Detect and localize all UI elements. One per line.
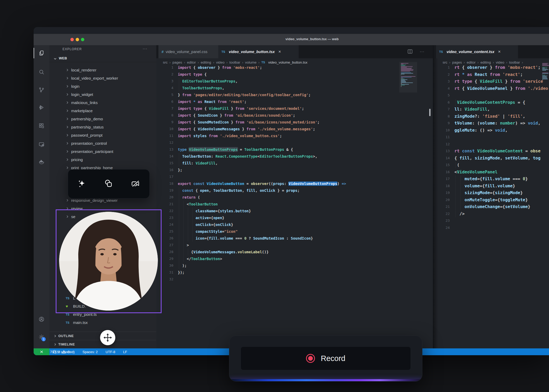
record-button[interactable]: Record (241, 347, 411, 370)
split-editor-icon[interactable] (407, 49, 413, 54)
code-line-26[interactable]: 26 icon={fill.volume === 0 ? SoundMutedI… (156, 235, 398, 242)
code-line-15[interactable]: 15 fill: VideoFill, (156, 160, 398, 167)
remote-window-icon[interactable] (38, 141, 45, 148)
window-titlebar[interactable]: video_volume_button.tsx — web (34, 34, 549, 45)
shapes-button[interactable] (100, 176, 117, 192)
code-line-7[interactable]: 7ll: VideoFill, (433, 106, 549, 113)
code-line-6[interactable]: 6import * as React from 'react'; (156, 98, 398, 105)
search-icon[interactable] (38, 69, 45, 75)
code-line-21[interactable]: 21 <ToolbarButton (156, 201, 398, 208)
tree-item-pricing[interactable]: pricing (49, 156, 156, 164)
code-line-8[interactable]: 8zingMode?: 'fixed' | 'fill', (433, 113, 549, 120)
tree-item-password-prompt[interactable]: password_prompt (49, 131, 156, 139)
breadcrumb-item-editor[interactable]: editor (467, 60, 476, 64)
tree-item-local-video-export-worker[interactable]: local_video_export_worker (49, 74, 156, 82)
code-line-4[interactable]: 4 ToolbarButtonProps, (156, 85, 398, 91)
views-more-actions-button[interactable]: ··· (143, 46, 147, 51)
status-item-lf[interactable]: LF (123, 350, 127, 354)
code-line-9[interactable]: 9import { SoundMutedIcon } from 'ui/base… (156, 119, 398, 126)
tree-item-partnership-status[interactable]: partnership_status (49, 123, 156, 131)
code-line-2[interactable]: 2rt * as React from 'react'; (433, 71, 549, 78)
code-line-7[interactable]: 7import type { VideoFill } from 'service… (156, 105, 398, 112)
code-line-6[interactable]: 6 VideoVolumeContentProps = { (433, 99, 549, 106)
code-line-23[interactable]: 23 (433, 217, 549, 224)
code-line-22[interactable]: 22 className={styles.button} (156, 208, 398, 214)
docker-icon[interactable] (38, 159, 45, 165)
code-line-17[interactable]: 17 muted={fill.volume === 0} (433, 176, 549, 182)
code-line-11[interactable]: 11import styles from './video_volume_but… (156, 132, 398, 139)
code-line-14[interactable]: 14{ fill, sizingMode, setVolume, tog (433, 155, 549, 162)
extensions-icon[interactable] (38, 122, 45, 129)
code-line-25[interactable]: 25 compactStyle="icon" (156, 228, 398, 235)
breadcrumb-item-editing[interactable]: editing (480, 60, 491, 64)
explorer-icon[interactable] (38, 50, 45, 56)
code-line-24[interactable]: 24 (433, 224, 549, 231)
tree-item-login[interactable]: login (49, 82, 156, 90)
breadcrumb-item-pages[interactable]: pages (173, 60, 182, 64)
breadcrumb-item-video[interactable]: video (496, 60, 504, 64)
code-line-13[interactable]: 13rt const VideoVolumeContent = obse (433, 148, 549, 154)
code-line-29[interactable]: 29 </ToolbarButton> (156, 255, 398, 262)
code-line-18[interactable]: 18export const VideoVolumeButton = obser… (156, 180, 398, 187)
source-control-icon[interactable] (38, 87, 45, 93)
run-and-debug-icon[interactable] (38, 104, 45, 111)
code-line-1[interactable]: 1rt { observer } from 'mobx-react'; (433, 64, 549, 71)
code-line-10[interactable]: 10import { VideoVolumeMessages } from '.… (156, 126, 398, 132)
code-line-17[interactable]: 17 (156, 173, 398, 180)
code-line-30[interactable]: 30 ); (156, 262, 398, 269)
tree-item-login-widget[interactable]: login_widget (49, 90, 156, 99)
code-line-21[interactable]: 21 onVolumeChange={setVolume} (433, 203, 549, 210)
move-cursor-handle[interactable] (100, 330, 115, 345)
code-line-12[interactable]: 12 (433, 141, 549, 148)
tree-item-presentation-control[interactable]: presentation_control (49, 139, 156, 147)
breadcrumb-item-src[interactable]: src (443, 60, 447, 64)
code-line-8[interactable]: 8import { SoundIcon } from 'ui/base/icon… (156, 112, 398, 119)
tab-video-volume-panel-css[interactable]: #video_volume_panel.css (158, 45, 218, 58)
tab-video-volume-content-tsx[interactable]: TSvideo_volume_content.tsx× (436, 45, 518, 58)
tree-item-malicious-links[interactable]: malicious_links (49, 99, 156, 107)
breadcrumb-item-pages[interactable]: pages (452, 60, 462, 64)
remote-indicator[interactable] (34, 348, 49, 355)
close-tab-icon[interactable]: × (498, 49, 501, 54)
tree-item-presentation-participant[interactable]: presentation_participant (49, 147, 156, 156)
breadcrumb-item-toolbar[interactable]: toolbar (509, 60, 520, 64)
code-line-4[interactable]: 4rt { VideoVolumePanel } from './video (433, 85, 549, 92)
code-line-3[interactable]: 3rt type { VideoFill } from 'service (433, 78, 549, 85)
code-line-23[interactable]: 23 active={open} (156, 214, 398, 221)
tab-video-volume-button-tsx[interactable]: TSvideo_volume_button.tsx× (218, 45, 299, 58)
accounts-icon[interactable] (38, 316, 45, 322)
code-line-9[interactable]: 9tVolume: (volume: number) => void, (433, 120, 549, 127)
code-line-27[interactable]: 27 > (156, 242, 398, 249)
breadcrumb-item-editing[interactable]: editing (201, 60, 211, 64)
code-line-18[interactable]: 18 volume={fill.volume} (433, 183, 549, 189)
zoom-window-button[interactable] (81, 38, 84, 41)
tree-item-marketplace[interactable]: marketplace (49, 107, 156, 115)
breadcrumb-item-video[interactable]: video (216, 60, 224, 64)
code-line-20[interactable]: 20 onMuteToggle={toggleMute} (433, 197, 549, 203)
code-line-19[interactable]: 19 sizingMode={sizingMode} (433, 189, 549, 196)
settings-icon[interactable]: 1 (38, 334, 45, 340)
more-actions-icon[interactable]: ··· (420, 49, 424, 54)
code-line-28[interactable]: 28 {VideoVolumeMessages.volumeLabel()} (156, 249, 398, 255)
camera-off-button[interactable] (127, 176, 144, 192)
code-line-14[interactable]: 14 ToolbarButton: React.ComponentType<Ed… (156, 153, 398, 160)
code-line-1[interactable]: 1import { observer } from 'mobx-react'; (156, 64, 398, 71)
code-line-3[interactable]: 3 EditorToolbarButtonProps, (156, 78, 398, 85)
ai-effects-button[interactable] (73, 176, 90, 192)
breadcrumb-item-editor[interactable]: editor (187, 60, 196, 64)
code-line-24[interactable]: 24 onClick={onClick} (156, 221, 398, 228)
code-line-16[interactable]: 16<VideoVolumePanel (433, 169, 549, 176)
breadcrumb-item-video-volume-button-tsx[interactable]: video_volume_button.tsx (268, 60, 307, 64)
code-line-16[interactable]: 16}; (156, 167, 398, 173)
code-line-31[interactable]: 31}); (156, 269, 398, 276)
code-line-13[interactable]: 13type VideoVolumeButtonProps = ToolbarB… (156, 146, 398, 153)
code-line-2[interactable]: 2import type { (156, 71, 398, 78)
minimize-window-button[interactable] (76, 38, 79, 41)
webcam-video[interactable] (59, 212, 158, 311)
tree-item-local-renderer[interactable]: local_renderer (49, 66, 156, 74)
code-line-5[interactable]: 5} from 'pages/editor/editing/toolbar/co… (156, 91, 398, 98)
workspace-section-web[interactable]: WEB (49, 55, 156, 62)
code-line-5[interactable]: 5 (433, 92, 549, 99)
close-window-button[interactable] (70, 38, 74, 41)
problems-status[interactable]: 0 0 (53, 348, 69, 355)
